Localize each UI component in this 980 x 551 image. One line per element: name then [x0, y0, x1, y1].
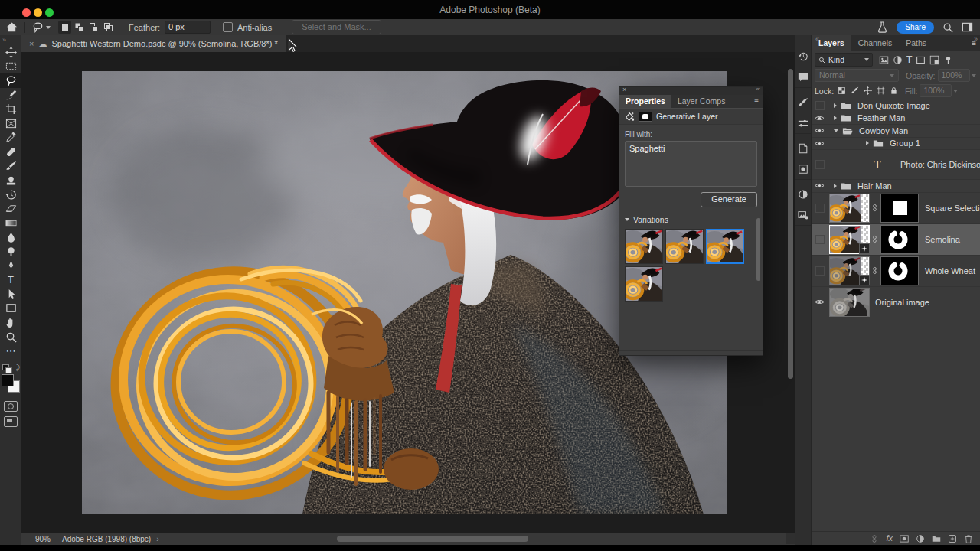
variation-thumbnail-1[interactable] [625, 229, 663, 264]
layer-row-photo-chris-dickinson[interactable]: TPhoto: Chris Dickinson [812, 150, 980, 180]
tool-dodge[interactable] [0, 244, 21, 259]
layer-thumbnail[interactable] [830, 257, 869, 285]
link-layers-icon[interactable] [870, 534, 879, 543]
lock-position-icon[interactable] [864, 86, 872, 95]
layer-thumbnail[interactable] [830, 289, 869, 316]
tool-pen[interactable] [0, 259, 21, 273]
layer-effects-icon[interactable]: fx [886, 534, 893, 543]
layer-row-square-selection[interactable]: Square Selection [812, 193, 980, 224]
new-adjustment-layer-icon[interactable] [916, 534, 925, 543]
switch-colors-icon[interactable]: ⤸ [16, 364, 20, 372]
minimize-window-button[interactable] [34, 8, 42, 17]
chevron-right-icon[interactable] [834, 184, 837, 188]
tool-type[interactable]: T [0, 273, 21, 288]
canvas-pasteboard[interactable]: × « Properties Layer Comps ≡ Generative … [21, 52, 795, 533]
tool-more-tools[interactable]: ⋯ [0, 344, 21, 358]
opacity-value[interactable]: 100% [938, 69, 970, 82]
blend-mode-dropdown[interactable]: Normal [815, 69, 899, 82]
panel-icon-comments[interactable] [795, 67, 811, 88]
layer-visibility-toggle[interactable] [812, 125, 828, 137]
chevron-right-icon[interactable] [866, 141, 869, 145]
horizontal-scrollbar[interactable] [337, 536, 528, 542]
layer-visibility-toggle[interactable] [812, 256, 828, 286]
screen-mode-button[interactable] [4, 416, 18, 427]
close-window-button[interactable] [22, 8, 31, 17]
tool-clone-stamp[interactable] [0, 173, 21, 187]
variations-scrollbar[interactable] [756, 218, 760, 281]
delete-layer-icon[interactable] [964, 534, 973, 543]
layer-thumbnail[interactable] [830, 226, 869, 253]
panel-icon-export-as[interactable] [795, 204, 811, 226]
panel-icon-libraries[interactable] [795, 138, 811, 158]
variation-thumbnail-3[interactable] [706, 229, 744, 264]
antialias-checkbox[interactable] [223, 22, 233, 32]
lock-transparency-icon[interactable] [838, 86, 846, 95]
tool-zoom[interactable] [0, 330, 21, 344]
tool-gradient[interactable] [0, 216, 21, 230]
tool-lasso[interactable] [0, 73, 21, 88]
zoom-level[interactable]: 90% [35, 535, 51, 543]
toolbar-expand-icon[interactable]: » [0, 35, 21, 45]
smart-objects-filter-icon[interactable] [929, 55, 939, 65]
status-chevron-icon[interactable]: › [156, 535, 158, 543]
panel-icon-tool-presets[interactable] [795, 112, 811, 134]
layer-row-don-quixote-image[interactable]: Don Quixote Image [812, 99, 980, 112]
select-and-mask-button[interactable]: Select and Mask... [292, 20, 381, 34]
tool-frame[interactable] [0, 116, 21, 131]
tool-marquee[interactable] [0, 60, 21, 74]
panel-icon-history[interactable] [795, 46, 811, 67]
pixel-layers-filter-icon[interactable] [879, 55, 889, 65]
generate-button[interactable]: Generate [701, 192, 757, 207]
layer-mask-thumbnail[interactable] [880, 194, 919, 223]
kind-filter-dropdown[interactable]: Kind [815, 53, 873, 67]
workspace-switcher-icon[interactable] [962, 21, 973, 33]
panel-resize-edge[interactable] [619, 350, 763, 355]
variation-thumbnail-2[interactable] [665, 229, 704, 264]
layer-visibility-toggle[interactable] [812, 150, 828, 179]
tab-properties[interactable]: Properties [619, 95, 671, 108]
layer-row-cowboy-man[interactable]: Cowboy Man [812, 125, 980, 138]
intersect-selection-button[interactable] [102, 21, 115, 34]
layer-mask-thumbnail[interactable] [880, 256, 919, 285]
new-group-icon[interactable] [932, 534, 941, 543]
document-tab[interactable]: × ☁ Spaghetti Western Demo.psdc @ 90% (S… [21, 35, 286, 52]
layer-visibility-toggle[interactable] [812, 99, 828, 112]
fill-value[interactable]: 100% [920, 84, 952, 97]
prompt-input[interactable]: Spaghetti [625, 141, 757, 187]
layer-thumbnail[interactable] [830, 194, 869, 222]
collapse-dock-icon[interactable]: « [815, 35, 819, 43]
layer-visibility-toggle[interactable] [812, 138, 828, 150]
tab-channels[interactable]: Channels [851, 35, 899, 51]
layer-visibility-toggle[interactable] [812, 287, 828, 318]
lock-all-icon[interactable] [890, 86, 898, 95]
current-tool-lasso[interactable] [32, 21, 51, 33]
shape-layers-filter-icon[interactable] [916, 55, 926, 65]
new-selection-button[interactable] [58, 21, 71, 34]
layer-visibility-toggle[interactable] [812, 180, 828, 192]
home-icon[interactable] [6, 21, 18, 33]
panel-icon-brush-settings[interactable] [795, 92, 811, 112]
panel-icon-adjustment-presets[interactable] [795, 158, 811, 180]
tool-hand[interactable] [0, 315, 21, 330]
tool-crop[interactable] [0, 102, 21, 116]
zoom-window-button[interactable] [45, 8, 54, 17]
layer-mask-thumbnail[interactable] [880, 225, 919, 254]
layer-row-group-1[interactable]: Group 1 [812, 138, 980, 151]
chevron-right-icon[interactable] [834, 103, 837, 108]
tab-paths[interactable]: Paths [899, 35, 933, 51]
add-to-selection-button[interactable] [73, 21, 86, 34]
tool-history-brush[interactable] [0, 187, 21, 202]
share-button[interactable]: Share [897, 21, 934, 34]
tool-blur[interactable] [0, 230, 21, 245]
tool-move[interactable] [0, 45, 21, 60]
collapse-panel-icon[interactable]: « [756, 86, 760, 93]
layer-row-original-image[interactable]: Original image [812, 287, 980, 318]
chevron-right-icon[interactable] [834, 116, 837, 120]
chevron-down-icon[interactable] [834, 129, 838, 132]
layer-row-hair-man[interactable]: Hair Man [812, 180, 980, 193]
tool-healing-brush[interactable] [0, 145, 21, 159]
search-icon[interactable] [942, 22, 953, 33]
tool-path-selection[interactable] [0, 287, 21, 302]
expand-dock-icon[interactable]: » [974, 35, 978, 43]
subtract-from-selection-button[interactable] [87, 21, 100, 34]
